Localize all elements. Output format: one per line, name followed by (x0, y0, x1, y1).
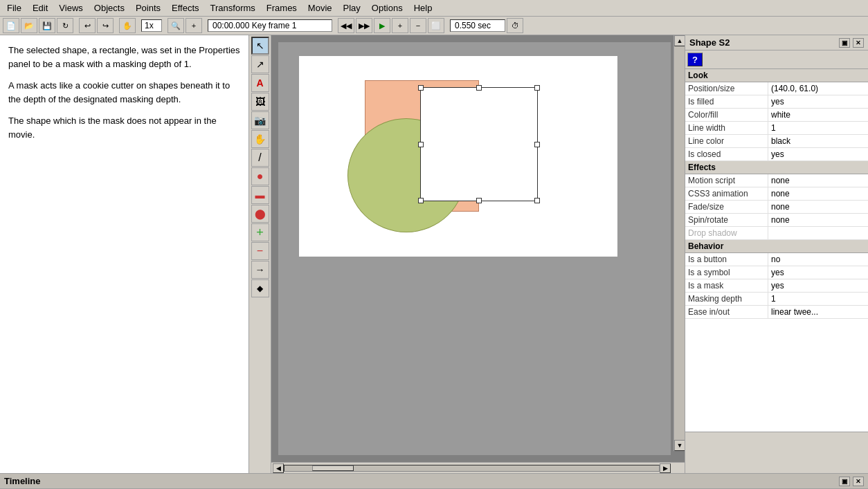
menu-edit[interactable]: Edit (28, 1, 52, 15)
menu-effects[interactable]: Effects (168, 1, 204, 15)
toolbar: 📄 📂 💾 ↻ ↩ ↪ ✋ 1x 🔍 + 00:00.000 Key frame… (0, 17, 868, 35)
props-close-button[interactable]: ✕ (853, 38, 864, 48)
canvas-scroll-area[interactable]: ▲ ▼ (271, 35, 685, 462)
timecode-display: 00:00.000 Key frame 1 (208, 19, 332, 32)
menu-play[interactable]: Play (339, 1, 365, 15)
stage (299, 56, 617, 257)
hscroll-track[interactable] (284, 465, 660, 472)
handle-bl[interactable] (418, 198, 424, 203)
prop-easeinout: Ease in/out linear twee... (685, 306, 868, 319)
prop-isamask: Is a mask yes (685, 279, 868, 293)
zoom-plus-button[interactable]: + (186, 18, 202, 33)
menu-frames[interactable]: Frames (262, 1, 301, 15)
prop-css3animation: CSS3 animation none (685, 187, 868, 201)
props-header-actions: ▣ ✕ (839, 38, 864, 48)
diamond-tool[interactable]: ◆ (251, 279, 269, 297)
remove-frame-button[interactable]: − (410, 18, 426, 33)
props-footer (685, 432, 868, 473)
menu-objects[interactable]: Objects (90, 1, 129, 15)
image2-tool[interactable]: 📷 (251, 111, 269, 129)
timeline-header-actions: ▣ ✕ (839, 477, 864, 486)
prop-maskingdepth: Masking depth 1 (685, 293, 868, 306)
zoom-button[interactable]: 🔍 (168, 18, 184, 33)
menu-options[interactable]: Options (368, 1, 407, 15)
prop-dropshadow: Drop shadow (685, 227, 868, 240)
handle-ml[interactable] (418, 142, 424, 147)
select-tool[interactable]: ↖ (251, 37, 269, 55)
open-button[interactable]: 📂 (21, 18, 37, 33)
prop-motionscript: Motion script none (685, 174, 868, 187)
prop-isasymbol: Is a symbol yes (685, 266, 868, 279)
menu-help[interactable]: Help (410, 1, 437, 15)
new-button[interactable]: 📄 (3, 18, 19, 33)
props-title: Shape S2 (689, 37, 730, 48)
canvas-hscroll[interactable]: ◀ ▶ (271, 462, 685, 473)
right-panel: Shape S2 ▣ ✕ ? Look Position/size (140.0… (685, 35, 868, 473)
hscroll-right-button[interactable]: ▶ (660, 463, 671, 473)
handle-tm[interactable] (476, 85, 482, 91)
handle-tr[interactable] (534, 85, 540, 91)
canvas-area: ▲ ▼ (271, 35, 685, 473)
canvas-vscrollbar[interactable]: ▲ ▼ (673, 35, 685, 451)
subselect-tool[interactable]: ↗ (251, 55, 269, 73)
redo-arrow-button[interactable]: ↻ (57, 18, 73, 33)
section-effects: Effects (685, 161, 868, 174)
description-p3: The shape which is the mask does not app… (8, 114, 240, 141)
image-tool[interactable]: 🖼 (251, 93, 269, 111)
play-button[interactable]: ▶ (374, 18, 390, 33)
prop-linecolor: Line color black (685, 135, 868, 148)
prop-linewidth: Line width 1 (685, 122, 868, 135)
text-tool[interactable]: A (251, 74, 269, 92)
hand-tool[interactable]: ✋ (251, 130, 269, 148)
speed-display: 1x (141, 19, 162, 32)
description-p1: The selected shape, a rectangle, was set… (8, 44, 240, 71)
props-pin-button[interactable]: ▣ (839, 38, 850, 48)
menu-points[interactable]: Points (132, 1, 165, 15)
menu-movie[interactable]: Movie (304, 1, 336, 15)
clock-button[interactable]: ⏱ (507, 18, 523, 33)
hscroll-thumb[interactable] (312, 465, 354, 471)
prop-isabutton: Is a button no (685, 253, 868, 266)
pan-button[interactable]: ✋ (119, 18, 136, 33)
main-layout: The selected shape, a rectangle, was set… (0, 35, 868, 473)
circle-tool[interactable]: ● (251, 167, 269, 185)
add-tool[interactable]: + (251, 223, 269, 241)
handle-tl[interactable] (418, 85, 424, 91)
vscroll-track[interactable] (674, 46, 685, 440)
prop-spinrotate: Spin/rotate none (685, 214, 868, 227)
save-button[interactable]: 💾 (39, 18, 55, 33)
props-table: Look Position/size (140.0, 61.0) Is fill… (685, 69, 868, 432)
props-help-button[interactable]: ? (687, 53, 703, 66)
forward-button[interactable]: ▶▶ (356, 18, 372, 33)
arrow-tool[interactable]: → (251, 261, 269, 279)
handle-bm[interactable] (476, 198, 482, 203)
prop-position: Position/size (140.0, 61.0) (685, 82, 868, 95)
undo-button[interactable]: ↩ (79, 18, 96, 33)
vscroll-down-button[interactable]: ▼ (674, 440, 685, 451)
menu-views[interactable]: Views (55, 1, 87, 15)
menu-transforms[interactable]: Transforms (206, 1, 260, 15)
line-tool[interactable]: / (251, 149, 269, 167)
props-header: Shape S2 ▣ ✕ (685, 35, 868, 50)
shape-s2[interactable] (420, 87, 538, 201)
timeline-header: Timeline ▣ ✕ (0, 474, 868, 489)
handle-mr[interactable] (534, 142, 540, 147)
timeline-title: Timeline (4, 476, 41, 486)
description-p2: A mask acts like a cookie cutter on shap… (8, 79, 240, 106)
prop-colorfill: Color/fill white (685, 109, 868, 122)
back-button[interactable]: ◀◀ (338, 18, 354, 33)
remove-tool[interactable]: − (251, 242, 269, 260)
circle2-tool[interactable]: ⬤ (251, 205, 269, 223)
vscroll-up-button[interactable]: ▲ (674, 35, 685, 46)
tool-palette: ↖ ↗ A 🖼 📷 ✋ / ● ▬ ⬤ + − → ◆ (249, 35, 271, 473)
menu-file[interactable]: File (3, 1, 26, 15)
add-frame-button[interactable]: + (392, 18, 408, 33)
redo-button[interactable]: ↪ (97, 18, 114, 33)
handle-br[interactable] (534, 198, 540, 203)
frame-icon-button[interactable]: ⬜ (428, 18, 444, 33)
timeline-close-button[interactable]: ✕ (853, 477, 864, 486)
timeline-pin-button[interactable]: ▣ (839, 477, 850, 486)
props-toolbar: ? (685, 50, 868, 69)
rect-tool[interactable]: ▬ (251, 186, 269, 204)
hscroll-left-button[interactable]: ◀ (273, 463, 284, 473)
